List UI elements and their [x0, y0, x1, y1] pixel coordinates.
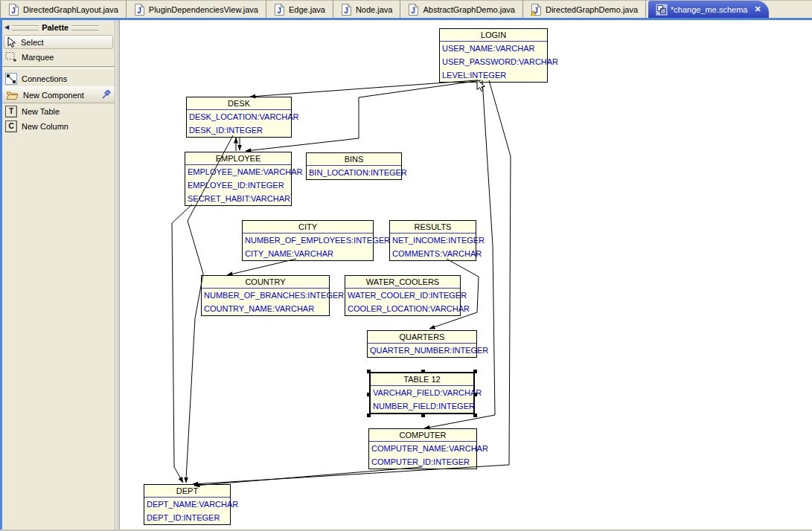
schema-table-quarters[interactable]: QUARTERSQUARTER_NUMBER:INTEGER: [367, 330, 477, 358]
table-column[interactable]: DESK_LOCATION:VARCHAR: [187, 110, 291, 123]
tab-abstractgraphdemo-java[interactable]: J AbstractGraphDemo.java: [400, 1, 523, 18]
selection-handle[interactable]: [367, 370, 371, 373]
tab-plugindependenciesview-java[interactable]: J PluginDependenciesView.java: [127, 1, 266, 18]
schema-table-table-12[interactable]: TABLE 12VARCHAR_FIELD:VARCHARNUMBER_FIEL…: [369, 372, 475, 414]
item-label: New Table: [22, 107, 60, 116]
table-title[interactable]: QUARTERS: [368, 331, 476, 344]
tab-label: PluginDependenciesView.java: [149, 5, 258, 14]
table-title[interactable]: RESULTS: [390, 221, 476, 234]
schema-table-results[interactable]: RESULTSNET_INCOME:INTEGERCOMMENTS:VARCHA…: [389, 220, 476, 261]
tab-label: *change_me.schema: [671, 5, 747, 14]
selection-handle[interactable]: [367, 393, 371, 396]
java-file-icon: J: [341, 4, 352, 16]
schema-table-country[interactable]: COUNTRYNUMBER_OF_BRANCHES:INTEGERCOUNTRY…: [201, 275, 330, 316]
tab-label: Edge.java: [289, 5, 325, 14]
svg-text:J: J: [277, 6, 281, 14]
pin-icon[interactable]: [101, 90, 111, 100]
table-title[interactable]: EMPLOYEE: [185, 152, 291, 165]
schema-table-login[interactable]: LOGINUSER_NAME:VARCHARUSER_PASSWORD:VARC…: [439, 28, 548, 83]
table-title[interactable]: DEPT: [144, 485, 230, 498]
table-title[interactable]: BINS: [307, 153, 401, 166]
tab-label: DirectedGraphDemo.java: [546, 5, 638, 14]
table-column[interactable]: COMMENTS:VARCHAR: [390, 247, 476, 260]
tool-label: Marquee: [22, 53, 54, 62]
tab-node-java[interactable]: J Node.java: [333, 1, 401, 18]
schema-icon: [656, 4, 667, 16]
palette-tool-marquee[interactable]: Marquee: [4, 50, 113, 64]
table-title[interactable]: CITY: [243, 221, 373, 234]
table-title[interactable]: DESK: [187, 97, 291, 110]
selection-handle[interactable]: [473, 393, 477, 396]
table-column[interactable]: COUNTRY_NAME:VARCHAR: [202, 302, 329, 315]
drawer-label: New Component: [23, 91, 84, 100]
table-column[interactable]: COMPUTER_ID:INTEGER: [369, 455, 476, 469]
palette-tool-connections[interactable]: Connections: [4, 71, 113, 86]
java-file-icon: J: [274, 4, 285, 16]
table-column[interactable]: EMPLOYEE_NAME:VARCHAR: [185, 165, 291, 178]
table-column[interactable]: QUARTER_NUMBER:INTEGER: [368, 344, 476, 357]
svg-text:J: J: [412, 6, 416, 14]
tab-edge-java[interactable]: J Edge.java: [266, 1, 333, 18]
selection-handle[interactable]: [473, 413, 477, 417]
palette-drawer-new-component[interactable]: New Component: [2, 86, 115, 103]
table-title[interactable]: COUNTRY: [202, 276, 329, 289]
selection-handle[interactable]: [367, 413, 371, 417]
schema-table-computer[interactable]: COMPUTERCOMPUTER_NAME:VARCHARCOMPUTER_ID…: [368, 428, 477, 469]
svg-text:J: J: [11, 6, 16, 14]
table-column[interactable]: WATER_COOLER_ID:INTEGER: [345, 289, 460, 302]
table-column[interactable]: BIN_LOCATION:INTEGER: [307, 166, 401, 179]
schema-table-water-coolers[interactable]: WATER_COOLERSWATER_COOLER_ID:INTEGERCOOL…: [345, 275, 461, 316]
selection-handle[interactable]: [421, 413, 425, 417]
table-column[interactable]: NUMBER_OF_EMPLOYEES:INTEGER: [243, 234, 373, 247]
table-column[interactable]: EMPLOYEE_ID:INTEGER: [185, 178, 291, 192]
palette-tool-select[interactable]: Select: [4, 35, 113, 49]
table-title[interactable]: TABLE 12: [371, 373, 473, 386]
selection-handle[interactable]: [473, 370, 477, 373]
selection-handle[interactable]: [421, 370, 425, 373]
palette-item-new-table[interactable]: TNew Table: [4, 104, 113, 118]
palette-header-decoration: [12, 25, 39, 30]
table-column[interactable]: USER_NAME:VARCHAR: [440, 42, 547, 55]
table-column[interactable]: USER_PASSWORD:VARCHAR: [440, 55, 547, 68]
palette-separator: [2, 66, 115, 69]
table-column[interactable]: NET_INCOME:INTEGER: [390, 234, 476, 247]
table-column[interactable]: NUMBER_FIELD:INTEGER: [371, 399, 473, 413]
tab-change-me-schema[interactable]: *change_me.schema✕: [648, 1, 769, 18]
close-icon[interactable]: ✕: [754, 4, 761, 14]
table-letter-icon: T: [5, 106, 17, 118]
palette-title: Palette: [42, 23, 68, 32]
palette-tool-group: Select Marquee Connections New Component…: [2, 35, 115, 133]
table-column[interactable]: LEVEL:INTEGER: [440, 68, 547, 82]
table-column[interactable]: SECRET_HABIT:VARCHAR: [185, 192, 291, 205]
item-label: New Column: [22, 122, 68, 131]
schema-table-desk[interactable]: DESKDESK_LOCATION:VARCHARDESK_ID:INTEGER: [186, 97, 292, 138]
marquee-icon: [5, 51, 17, 62]
palette-item-new-column[interactable]: CNew Column: [4, 119, 113, 133]
schema-table-employee[interactable]: EMPLOYEEEMPLOYEE_NAME:VARCHAREMPLOYEE_ID…: [185, 152, 292, 206]
table-title[interactable]: LOGIN: [440, 29, 547, 42]
palette-header-decoration: [71, 25, 98, 30]
table-column[interactable]: NUMBER_OF_BRANCHES:INTEGER: [202, 289, 329, 302]
tab-directedgraphlayout-java[interactable]: J DirectedGraphLayout.java: [0, 1, 127, 18]
palette-collapse-icon[interactable]: ◀: [4, 25, 9, 30]
tab-label: DirectedGraphLayout.java: [23, 5, 118, 14]
schema-table-dept[interactable]: DEPTDEPT_NAME:VARCHARDEPT_ID:INTEGER: [144, 484, 231, 525]
schema-table-city[interactable]: CITYNUMBER_OF_EMPLOYEES:INTEGERCITY_NAME…: [242, 220, 374, 261]
table-column[interactable]: DEPT_ID:INTEGER: [144, 511, 230, 524]
schema-table-bins[interactable]: BINSBIN_LOCATION:INTEGER: [306, 152, 402, 180]
table-column[interactable]: DEPT_NAME:VARCHAR: [144, 498, 230, 511]
table-column[interactable]: COMPUTER_NAME:VARCHAR: [369, 442, 476, 455]
schema-canvas[interactable]: LOGINUSER_NAME:VARCHARUSER_PASSWORD:VARC…: [120, 20, 812, 530]
java-file-icon: J: [408, 4, 419, 16]
table-column[interactable]: CITY_NAME:VARCHAR: [243, 247, 373, 260]
svg-text:J: J: [344, 6, 348, 14]
tab-directedgraphdemo-java[interactable]: J DirectedGraphDemo.java: [523, 1, 646, 18]
select-cursor-icon: [6, 36, 16, 48]
table-column[interactable]: DESK_ID:INTEGER: [187, 123, 291, 137]
table-title[interactable]: COMPUTER: [369, 429, 476, 442]
table-column[interactable]: VARCHAR_FIELD:VARCHAR: [371, 386, 473, 399]
table-title[interactable]: WATER_COOLERS: [345, 276, 460, 289]
open-folder-icon: [6, 90, 19, 100]
table-column[interactable]: COOLER_LOCATION:VARCHAR: [345, 302, 460, 315]
column-letter-icon: C: [5, 120, 17, 132]
